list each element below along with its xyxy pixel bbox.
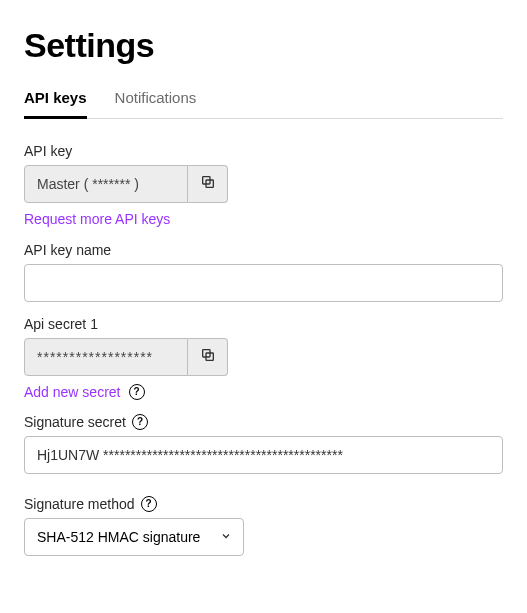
help-icon[interactable]: ? — [141, 496, 157, 512]
tab-notifications[interactable]: Notifications — [115, 89, 197, 119]
copy-api-secret-button[interactable] — [188, 338, 228, 376]
signature-secret-label: Signature secret ? — [24, 414, 503, 430]
signature-method-select[interactable]: SHA-512 HMAC signature — [24, 518, 244, 556]
api-key-name-label: API key name — [24, 242, 503, 258]
help-icon[interactable]: ? — [132, 414, 148, 430]
api-secret-value: ****************** — [24, 338, 188, 376]
copy-icon — [200, 174, 216, 194]
signature-method-label: Signature method ? — [24, 496, 503, 512]
copy-icon — [200, 347, 216, 367]
help-icon[interactable]: ? — [129, 384, 145, 400]
tab-api-keys[interactable]: API keys — [24, 89, 87, 119]
api-key-name-input[interactable] — [24, 264, 503, 302]
page-title: Settings — [24, 26, 503, 65]
api-key-label: API key — [24, 143, 503, 159]
api-key-value: Master ( ******* ) — [24, 165, 188, 203]
request-more-api-keys-link[interactable]: Request more API keys — [24, 211, 170, 227]
tabs: API keys Notifications — [24, 89, 503, 119]
add-new-secret-link[interactable]: Add new secret — [24, 384, 121, 400]
signature-secret-input[interactable] — [24, 436, 503, 474]
api-secret-label: Api secret 1 — [24, 316, 503, 332]
copy-api-key-button[interactable] — [188, 165, 228, 203]
